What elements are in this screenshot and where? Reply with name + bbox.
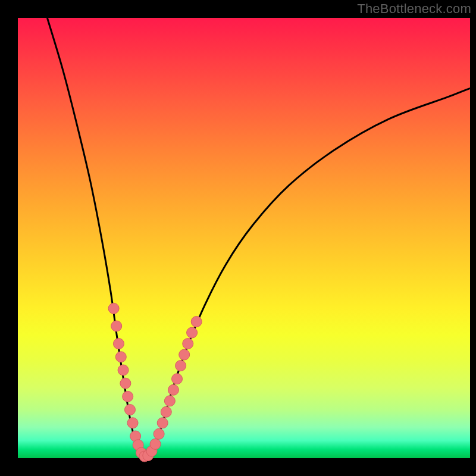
chart-frame: TheBottleneck.com bbox=[0, 0, 476, 476]
data-marker bbox=[154, 428, 164, 439]
data-marker bbox=[124, 405, 135, 415]
data-marker bbox=[111, 321, 122, 331]
data-marker bbox=[108, 303, 119, 314]
plot-area bbox=[18, 18, 470, 458]
curve-layer bbox=[18, 18, 470, 458]
data-marker bbox=[150, 439, 161, 449]
marker-group bbox=[108, 303, 202, 462]
data-marker bbox=[172, 374, 183, 384]
data-marker bbox=[123, 391, 133, 402]
data-marker bbox=[113, 339, 124, 349]
data-marker bbox=[164, 396, 175, 406]
data-marker bbox=[115, 352, 126, 362]
data-marker bbox=[168, 384, 178, 395]
data-marker bbox=[191, 317, 202, 327]
data-marker bbox=[187, 327, 198, 338]
data-marker bbox=[120, 378, 131, 389]
right-curve bbox=[145, 88, 470, 458]
data-marker bbox=[176, 361, 186, 371]
data-marker bbox=[127, 418, 138, 428]
watermark-text: TheBottleneck.com bbox=[357, 1, 471, 17]
data-marker bbox=[179, 349, 190, 360]
data-marker bbox=[161, 406, 171, 417]
data-marker bbox=[118, 365, 129, 375]
data-marker bbox=[183, 339, 193, 349]
data-marker bbox=[157, 418, 168, 428]
